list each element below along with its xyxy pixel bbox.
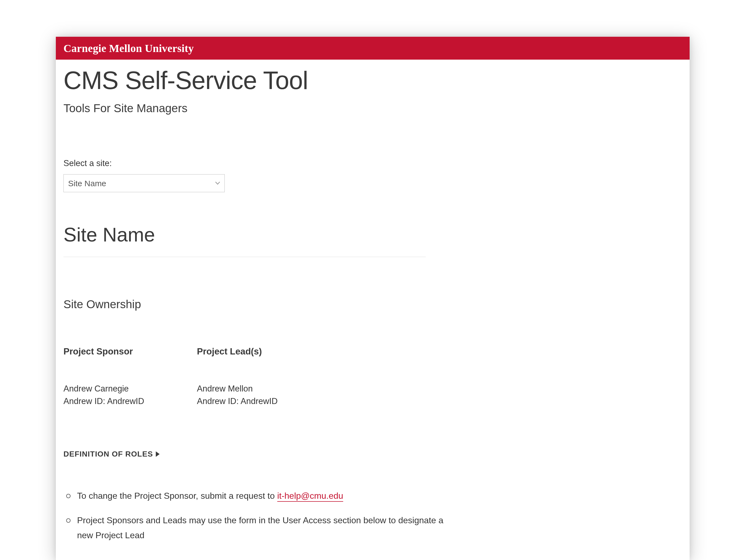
- app-card: Carnegie Mellon University CMS Self-Serv…: [56, 37, 689, 560]
- project-sponsor-column: Project Sponsor Andrew Carnegie Andrew I…: [64, 346, 197, 406]
- triangle-right-icon: [156, 451, 160, 457]
- site-select[interactable]: Site Name: [64, 174, 225, 192]
- brand-bar: Carnegie Mellon University: [56, 37, 689, 60]
- page-subtitle: Tools For Site Managers: [64, 102, 682, 115]
- site-select-label: Select a site:: [64, 158, 682, 168]
- project-sponsor-id: Andrew ID: AndrewID: [64, 397, 197, 406]
- project-leads-label: Project Lead(s): [197, 346, 331, 357]
- note-text: To change the Project Sponsor, submit a …: [77, 491, 277, 500]
- project-leads-column: Project Lead(s) Andrew Mellon Andrew ID:…: [197, 346, 331, 406]
- ownership-notes: To change the Project Sponsor, submit a …: [64, 488, 453, 543]
- definition-of-roles-toggle[interactable]: DEFINITION OF ROLES: [64, 450, 682, 458]
- section-site-ownership: Site Ownership: [64, 298, 682, 311]
- note-text: Project Sponsors and Leads may use the f…: [77, 515, 443, 540]
- list-item: To change the Project Sponsor, submit a …: [65, 488, 453, 503]
- project-sponsor-name: Andrew Carnegie: [64, 384, 197, 394]
- it-help-email-link[interactable]: it-help@cmu.edu: [277, 491, 343, 502]
- page-title: CMS Self-Service Tool: [64, 66, 682, 95]
- ownership-columns: Project Sponsor Andrew Carnegie Andrew I…: [64, 346, 682, 406]
- project-lead-name: Andrew Mellon: [197, 384, 331, 394]
- project-sponsor-label: Project Sponsor: [64, 346, 197, 357]
- definition-of-roles-label: DEFINITION OF ROLES: [64, 450, 153, 458]
- list-item: Project Sponsors and Leads may use the f…: [65, 513, 453, 543]
- site-name-heading: Site Name: [64, 224, 426, 257]
- brand-wordmark: Carnegie Mellon University: [64, 42, 194, 55]
- project-lead-id: Andrew ID: AndrewID: [197, 397, 331, 406]
